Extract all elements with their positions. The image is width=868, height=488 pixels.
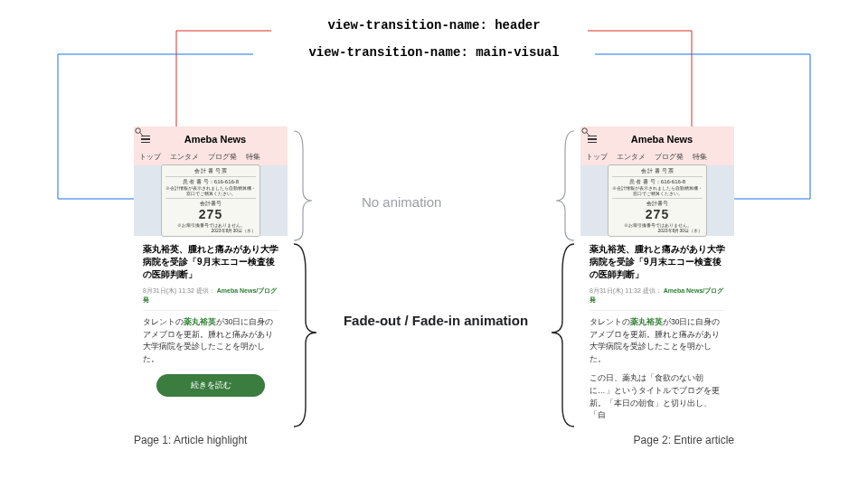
svg-point-0 (136, 128, 141, 134)
hamburger-icon[interactable] (588, 136, 597, 144)
tab-feature[interactable]: 特集 (693, 152, 707, 162)
article-headline[interactable]: 薬丸裕英、腫れと痛みがあり大学病院を受診「9月末エコー検査後の医師判断」 (143, 243, 278, 281)
article-para2: この日、薬丸は「食欲のない朝に…」というタイトルでブログを更新。「本日の朝食」と… (590, 372, 725, 421)
meta-prefix: 提供： (196, 287, 215, 294)
ticket-number: 275 (165, 207, 256, 222)
phone2-body: 薬丸裕英、腫れと痛みがあり大学病院を受診「9月末エコー検査後の医師判断」 8月3… (580, 236, 734, 429)
phone2-main-visual: 会 計 番 号 票 患 者 番 号：616-616-8 ※会計情報が表示されまし… (580, 165, 734, 236)
ticket-date: 2023年8月30日（水） (165, 228, 256, 233)
ticket-number: 275 (612, 207, 703, 222)
meta-prefix: 提供： (643, 287, 662, 294)
svg-point-2 (582, 128, 588, 134)
label-fade-animation: Fade-out / Fade-in animation (318, 312, 553, 330)
tab-top[interactable]: トップ (139, 152, 161, 162)
ticket-label: 会計番号 (612, 201, 703, 207)
ticket-line2: ※会計情報が表示されましたら自動精算機・窓口でご精算ください。 (612, 185, 703, 196)
tab-top[interactable]: トップ (586, 152, 608, 162)
phone-page1: Ameba News トップ エンタメ ブログ発 特集 会 計 番 号 票 患 … (134, 127, 288, 408)
brace-fade-right (0, 0, 868, 488)
phone-page2: Ameba News トップ エンタメ ブログ発 特集 会 計 番 号 票 患 … (580, 127, 734, 429)
label-no-animation: No animation (362, 194, 441, 210)
phone1-header: Ameba News トップ エンタメ ブログ発 特集 (134, 127, 288, 165)
tab-blog[interactable]: ブログ発 (655, 152, 684, 162)
tab-entertainment[interactable]: エンタメ (617, 152, 646, 162)
ticket-line1: 患 者 番 号：616-616-8 (165, 179, 256, 185)
brace-noanim-right (0, 0, 868, 488)
tab-feature[interactable]: 特集 (246, 152, 260, 162)
nav-tabs: トップ エンタメ ブログ発 特集 (134, 148, 288, 165)
excerpt-pre: タレントの (143, 317, 184, 326)
ticket-image: 会 計 番 号 票 患 者 番 号：616-616-8 ※会計情報が表示されまし… (608, 164, 707, 237)
site-logo[interactable]: Ameba News (631, 134, 693, 145)
site-logo[interactable]: Ameba News (184, 134, 246, 145)
meta-date: 8月31日(木) 11:32 (143, 287, 194, 294)
connector-lines (0, 0, 868, 488)
phone1-main-visual: 会 計 番 号 票 患 者 番 号：616-616-8 ※会計情報が表示されまし… (134, 165, 288, 236)
excerpt-link[interactable]: 薬丸裕英 (630, 317, 663, 326)
brace-noanim-left (0, 0, 868, 488)
vt-label-header: view-transition-name: header (0, 18, 868, 33)
ticket-line2: ※会計情報が表示されましたら自動精算機・窓口でご精算ください。 (165, 185, 256, 196)
ticket-title: 会 計 番 号 票 (612, 168, 703, 174)
article-headline[interactable]: 薬丸裕英、腫れと痛みがあり大学病院を受診「9月末エコー検査後の医師判断」 (590, 243, 725, 281)
phone1-body: 薬丸裕英、腫れと痛みがあり大学病院を受診「9月末エコー検査後の医師判断」 8月3… (134, 236, 288, 408)
ticket-title: 会 計 番 号 票 (165, 168, 256, 174)
tab-blog[interactable]: ブログ発 (208, 152, 237, 162)
caption-page2: Page 2: Entire article (634, 434, 734, 446)
caption-page1: Page 1: Article highlight (134, 434, 247, 446)
ticket-image: 会 計 番 号 票 患 者 番 号：616-616-8 ※会計情報が表示されまし… (161, 164, 260, 237)
article-meta: 8月31日(木) 11:32 提供： Ameba News/ブログ発 (590, 286, 725, 305)
phone2-header: Ameba News トップ エンタメ ブログ発 特集 (580, 127, 734, 165)
ticket-label: 会計番号 (165, 201, 256, 207)
ticket-line1: 患 者 番 号：616-616-8 (612, 179, 703, 185)
brace-fade-left (0, 0, 868, 488)
nav-tabs: トップ エンタメ ブログ発 特集 (580, 148, 734, 165)
tab-entertainment[interactable]: エンタメ (170, 152, 199, 162)
excerpt-link[interactable]: 薬丸裕英 (184, 317, 216, 326)
excerpt-pre: タレントの (590, 317, 630, 326)
ticket-date: 2023年8月30日（水） (612, 228, 703, 233)
read-more-button[interactable]: 続きを読む (156, 374, 265, 397)
article-excerpt: タレントの薬丸裕英が30日に自身のアメブロを更新。腫れと痛みがあり大学病院を受診… (590, 316, 725, 365)
article-meta: 8月31日(木) 11:32 提供： Ameba News/ブログ発 (143, 286, 278, 305)
article-excerpt: タレントの薬丸裕英が30日に自身のアメブロを更新。腫れと痛みがあり大学病院を受診… (143, 316, 278, 365)
meta-date: 8月31日(木) 11:32 (590, 287, 641, 294)
vt-label-main: view-transition-name: main-visual (0, 45, 868, 60)
hamburger-icon[interactable] (141, 136, 150, 144)
